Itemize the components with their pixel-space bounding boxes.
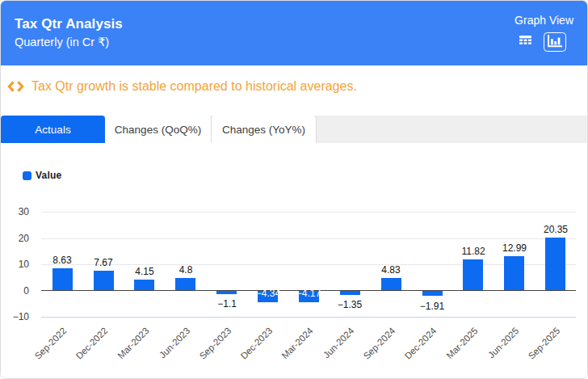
value-label-Jun-2025: 12.99 <box>486 242 543 255</box>
tab-bar: ActualsChanges (QoQ%)Changes (YoY%) <box>1 116 587 143</box>
tab-changes-qoq[interactable]: Changes (QoQ%) <box>105 116 212 143</box>
x-axis-label-Jun-2023: Jun-2023 <box>158 326 192 360</box>
bar-Sep-2022[interactable] <box>52 268 73 291</box>
page-subtitle: Quarterly (in Cr ₹) <box>15 34 109 50</box>
widget-header: Tax Qtr Analysis Quarterly (in Cr ₹) Gra… <box>1 1 587 65</box>
value-label-Jun-2023: 4.8 <box>158 264 214 276</box>
tab-changes-yoy[interactable]: Changes (YoY%) <box>212 116 317 143</box>
insight-note-content: Tax Qtr growth is stable compared to his… <box>7 78 357 95</box>
x-axis-label-Mar-2024: Mar-2024 <box>280 326 316 361</box>
x-axis-label-Dec-2024: Dec-2024 <box>403 326 439 361</box>
tab-actuals[interactable]: Actuals <box>1 116 105 143</box>
gridline-20 <box>41 238 576 239</box>
tab-label: Changes (QoQ%) <box>115 124 201 136</box>
x-axis-label-Sep-2022: Sep-2022 <box>33 326 69 361</box>
value-label-Sep-2023: −1.1 <box>199 298 255 310</box>
value-label-Dec-2024: −1.91 <box>404 301 460 313</box>
bar-Jun-2023[interactable] <box>175 278 195 291</box>
tab-label: Actuals <box>35 124 70 136</box>
legend-swatch <box>23 171 32 180</box>
bar-Sep-2024[interactable] <box>381 278 401 291</box>
x-axis-label-Mar-2025: Mar-2025 <box>444 326 480 361</box>
bar-Mar-2023[interactable] <box>134 280 154 290</box>
graph-view-button[interactable] <box>544 32 566 52</box>
x-axis-label-Jun-2025: Jun-2025 <box>486 326 521 360</box>
code-brackets-icon <box>7 81 24 92</box>
bar-Dec-2024[interactable] <box>422 291 443 296</box>
gridline--10 <box>41 317 576 318</box>
x-axis-label-Sep-2025: Sep-2025 <box>526 326 561 361</box>
bar-Jun-2025[interactable] <box>504 256 524 290</box>
view-switcher-label: Graph View <box>514 12 573 28</box>
insight-note-text: Tax Qtr growth is stable compared to his… <box>32 78 357 95</box>
value-label-Sep-2024: 4.83 <box>363 264 419 276</box>
y-axis-label-0: 0 <box>1 285 29 297</box>
table-grid-icon <box>519 36 531 48</box>
legend-label: Value <box>36 170 61 181</box>
value-label-Sep-2025: 20.35 <box>527 224 584 236</box>
y-axis-label-30: 30 <box>1 206 29 218</box>
chart-legend: Value <box>23 170 61 181</box>
x-axis-label-Jun-2024: Jun-2024 <box>321 326 356 360</box>
y-axis-label-20: 20 <box>1 233 29 245</box>
gridline-30 <box>41 212 576 213</box>
x-axis-label-Dec-2022: Dec-2022 <box>74 326 110 361</box>
insight-note: Tax Qtr growth is stable compared to his… <box>1 65 587 116</box>
bar-Dec-2022[interactable] <box>94 271 114 291</box>
bar-chart: Value 3020100−108.637.674.154.8−1.1−4.34… <box>1 143 587 378</box>
value-label-Mar-2024: −4.17 <box>280 288 337 300</box>
y-axis-label--10: −10 <box>1 311 29 323</box>
y-axis-label-10: 10 <box>1 259 29 271</box>
x-axis-label-Dec-2023: Dec-2023 <box>238 326 274 361</box>
bar-Sep-2025[interactable] <box>545 238 565 291</box>
x-axis-label-Mar-2023: Mar-2023 <box>116 326 151 361</box>
bar-Jun-2024[interactable] <box>340 291 360 294</box>
view-switcher: Graph View <box>514 12 573 52</box>
analysis-widget: Tax Qtr Analysis Quarterly (in Cr ₹) Gra… <box>0 0 588 379</box>
x-axis-label-Sep-2023: Sep-2023 <box>197 326 233 361</box>
x-axis-label-Sep-2024: Sep-2024 <box>362 326 397 361</box>
bar-Sep-2023[interactable] <box>216 291 237 294</box>
view-icon-group <box>514 32 566 52</box>
tab-label: Changes (YoY%) <box>222 124 305 136</box>
bar-chart-icon <box>548 35 563 50</box>
bar-Mar-2025[interactable] <box>463 259 483 290</box>
value-label-Jun-2024: −1.35 <box>321 299 378 311</box>
page-title: Tax Qtr Analysis <box>15 15 123 34</box>
table-view-button[interactable] <box>519 36 531 48</box>
